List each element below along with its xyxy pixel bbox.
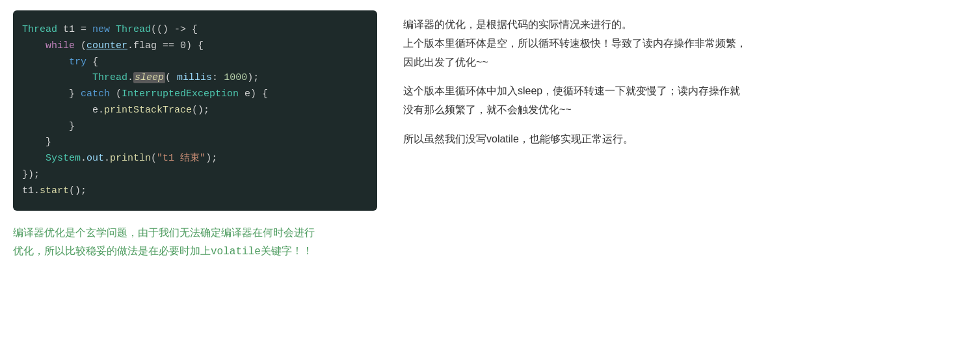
code-line-2: while (counter.flag == 0) { <box>22 38 364 55</box>
code-line-8: } <box>22 135 364 151</box>
text-para-3: 所以虽然我们没写volatile，也能够实现正常运行。 <box>403 130 967 149</box>
text-para-2: 这个版本里循环体中加入sleep，使循环转速一下就变慢了；读内存操作就没有那么频… <box>403 82 967 120</box>
text-panel: 编译器的优化，是根据代码的实际情况来进行的。上个版本里循环体是空，所以循环转速极… <box>403 10 967 211</box>
bottom-note-text: 编译器优化是个玄学问题，由于我们无法确定编译器在何时会进行优化，所以比较稳妥的做… <box>13 224 967 261</box>
code-line-1: Thread t1 = new Thread(() -> { <box>22 22 364 38</box>
code-line-4: Thread.sleep( millis: 1000); <box>22 70 364 86</box>
code-line-3: try { <box>22 55 364 71</box>
code-block: Thread t1 = new Thread(() -> { while (co… <box>13 10 377 211</box>
top-section: Thread t1 = new Thread(() -> { while (co… <box>13 10 967 211</box>
code-line-7: } <box>22 119 364 135</box>
bottom-note: 编译器优化是个玄学问题，由于我们无法确定编译器在何时会进行优化，所以比较稳妥的做… <box>13 224 967 261</box>
main-container: Thread t1 = new Thread(() -> { while (co… <box>0 0 980 274</box>
code-line-5: } catch (InterruptedException e) { <box>22 86 364 103</box>
code-line-9: System.out.println("t1 结束"); <box>22 151 364 167</box>
code-line-10: }); <box>22 167 364 183</box>
code-line-11: t1.start(); <box>22 183 364 200</box>
text-para-1: 编译器的优化，是根据代码的实际情况来进行的。上个版本里循环体是空，所以循环转速极… <box>403 16 967 72</box>
code-line-6: e.printStackTrace(); <box>22 103 364 119</box>
